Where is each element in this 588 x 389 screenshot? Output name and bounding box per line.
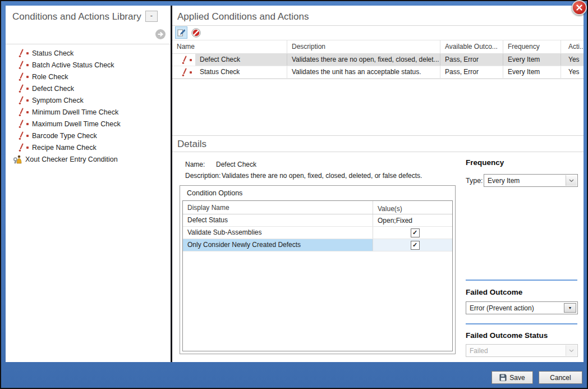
library-item-status-check[interactable]: Status Check	[6, 47, 171, 59]
condition-icon	[17, 84, 25, 93]
applied-table: Name Description Available Outco... Freq…	[172, 40, 584, 79]
checkbox-checked[interactable]: ✓	[411, 241, 420, 250]
condition-icon	[17, 72, 25, 81]
cancel-button-label: Cancel	[550, 374, 571, 382]
column-header-name[interactable]: Name	[172, 40, 287, 53]
library-item-label: Barcode Type Check	[32, 132, 97, 140]
cell-name: Status Check	[195, 66, 287, 78]
cell-outcomes: Pass, Error	[440, 54, 503, 66]
block-icon	[191, 28, 201, 38]
save-button-label: Save	[509, 374, 525, 382]
detail-name-value: Defect Check	[216, 161, 256, 168]
failed-outcome-status-title: Failed Outcome Status	[466, 331, 548, 340]
cell-frequency: Every Item	[503, 66, 561, 78]
library-item-label: Recipe Name Check	[32, 144, 97, 152]
edit-icon	[177, 29, 185, 36]
checkbox-checked[interactable]: ✓	[411, 228, 420, 237]
library-item-min-dwell[interactable]: Minimum Dwell Time Check	[6, 106, 171, 118]
cell-description: Validates the unit has an acceptable sta…	[287, 66, 440, 78]
option-value: ✓	[373, 239, 452, 251]
library-item-label: Maximum Dwell Time Check	[32, 120, 121, 128]
applied-panel: Applied Conditions and Actions Nam	[172, 6, 584, 362]
apply-arrow-button[interactable]	[155, 29, 166, 39]
panel-divider	[6, 44, 171, 44]
table-row-defect-check[interactable]: Defect Check Validates there are no open…	[172, 54, 584, 66]
table-row-status-check[interactable]: Status Check Validates the unit has an a…	[172, 66, 584, 79]
library-item-defect-check[interactable]: Defect Check	[6, 83, 171, 94]
frequency-title: Frequency	[466, 158, 504, 167]
library-item-recipe-name[interactable]: Recipe Name Check	[6, 141, 171, 153]
cell-active: Yes	[561, 66, 584, 78]
cell-name: Defect Check	[195, 54, 287, 66]
save-button[interactable]: Save	[491, 371, 533, 384]
library-item-label: Minimum Dwell Time Check	[32, 108, 118, 116]
detail-description-label: Description:	[185, 172, 220, 180]
detail-name-label: Name:	[185, 161, 205, 168]
column-header-description[interactable]: Description	[287, 40, 440, 53]
bullet-icon	[26, 99, 29, 102]
condition-icon	[17, 96, 25, 105]
library-list: Status Check Batch Active Status Check R…	[6, 47, 171, 165]
library-item-batch-active[interactable]: Batch Active Status Check	[6, 59, 171, 71]
option-row-validate-sub-assemblies[interactable]: Validate Sub-Assemblies ✓	[183, 227, 452, 239]
cell-frequency: Every Item	[503, 54, 561, 66]
bullet-icon	[26, 76, 29, 78]
condition-icon	[17, 108, 25, 117]
person-wrench-icon	[13, 155, 22, 164]
library-item-symptom-check[interactable]: Symptom Check	[6, 94, 171, 106]
library-item-label: Defect Check	[32, 85, 74, 93]
cell-outcomes: Pass, Error	[440, 66, 503, 78]
failed-outcome-status-select: Failed	[466, 344, 578, 357]
dropdown-arrow-icon[interactable]: ▼	[564, 303, 576, 313]
save-icon	[499, 374, 507, 381]
applied-table-header: Name Description Available Outco... Freq…	[172, 40, 584, 54]
divider	[172, 152, 584, 152]
library-item-max-dwell[interactable]: Maximum Dwell Time Check	[6, 118, 171, 130]
option-row-defect-status[interactable]: Defect Status Open;Fixed	[183, 214, 452, 227]
condition-icon	[17, 131, 25, 140]
remove-button[interactable]	[190, 26, 202, 39]
failed-outcome-value: Error (Prevent action)	[470, 304, 534, 312]
condition-icon	[17, 120, 25, 129]
close-button[interactable]	[572, 0, 587, 15]
library-item-xout-checker[interactable]: Xout Checker Entry Condition	[6, 153, 171, 165]
bullet-icon	[190, 59, 192, 61]
failed-outcome-select[interactable]: Error (Prevent action) ▼	[466, 301, 578, 314]
library-item-role-check[interactable]: Role Check	[6, 71, 171, 83]
library-item-label: Status Check	[32, 49, 74, 57]
condition-icon	[17, 49, 25, 58]
details-title: Details	[177, 139, 206, 150]
column-header-available-outcomes[interactable]: Available Outco...	[440, 40, 503, 53]
condition-options-header: Display Name Value(s)	[183, 201, 452, 214]
applied-panel-title: Applied Conditions and Actions	[177, 11, 309, 22]
column-header-active[interactable]: Acti...	[561, 40, 584, 53]
failed-outcome-status-value: Failed	[470, 347, 488, 355]
frequency-type-select[interactable]: Every Item	[484, 174, 578, 187]
option-row-only-newly-created[interactable]: Only Consider Newly Created Defects ✓	[183, 239, 452, 251]
option-value[interactable]: Open;Fixed	[373, 214, 452, 226]
bullet-icon	[26, 52, 29, 54]
bullet-icon	[26, 123, 29, 125]
library-item-barcode-type[interactable]: Barcode Type Check	[6, 130, 171, 141]
chevron-down-icon[interactable]	[566, 175, 577, 186]
detail-description-value: Validates there are no open, fixed, clos…	[222, 172, 422, 180]
condition-icon	[17, 143, 25, 152]
condition-options-title: Condition Options	[187, 189, 242, 197]
section-divider	[466, 280, 577, 281]
column-header-display-name: Display Name	[183, 201, 373, 214]
library-item-label: Xout Checker Entry Condition	[25, 155, 118, 163]
bullet-icon	[26, 147, 29, 149]
library-item-label: Symptom Check	[32, 97, 84, 104]
bullet-icon	[26, 111, 29, 113]
option-display-name: Defect Status	[183, 214, 373, 226]
cancel-button[interactable]: Cancel	[539, 371, 582, 384]
frequency-type-label: Type:	[466, 177, 483, 185]
bullet-icon	[26, 135, 29, 137]
cell-active: Yes	[561, 54, 584, 66]
collapse-panel-button[interactable]: -	[145, 11, 158, 22]
applied-toolbar	[172, 26, 584, 40]
bullet-icon	[26, 88, 29, 90]
condition-icon	[172, 54, 195, 66]
edit-button[interactable]	[175, 26, 187, 39]
column-header-frequency[interactable]: Frequency	[503, 40, 561, 53]
